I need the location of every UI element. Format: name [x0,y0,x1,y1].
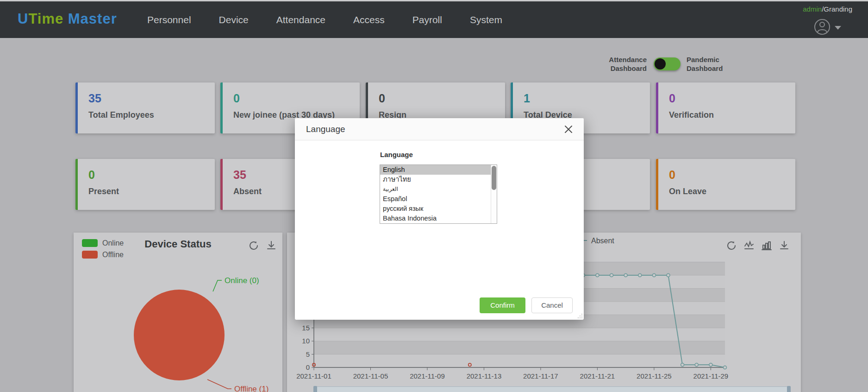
card-label: Absent [233,187,262,196]
x-tick-label: 2021-11-17 [523,372,558,380]
language-option[interactable]: русский язык [380,204,491,214]
nav-item-system[interactable]: System [470,14,502,25]
y-tick-label: 5 [306,350,310,358]
x-tick-label: 2021-11-09 [410,372,445,380]
language-dialog: Language Language EnglishภาษาไทยالعربيةE… [295,118,584,320]
datazoom-slider[interactable] [315,386,789,392]
card-accent-bar [220,82,223,133]
nav-item-attendance[interactable]: Attendance [276,14,325,25]
absent-point [709,363,712,367]
absent-point [610,273,613,277]
dialog-header: Language [295,118,584,140]
language-option[interactable]: ภาษาไทย [380,175,491,184]
listbox-scrollbar[interactable] [491,165,497,223]
nav-item-personnel[interactable]: Personnel [147,14,191,25]
stat-card-verification: 0Verification [656,82,795,133]
user-company: /Granding [822,5,852,13]
pie-callout-label-online: Online (0) [225,276,259,285]
resize-grip[interactable] [577,313,582,318]
close-icon[interactable] [563,124,574,134]
absent-point [681,363,684,367]
card-value: 0 [233,92,240,105]
card-value: 1 [524,92,530,105]
language-option[interactable]: Bahasa Indonesia [380,214,491,223]
card-value: 0 [379,92,385,105]
absent-point [624,273,627,277]
card-value: 0 [669,168,675,182]
y-tick-label: 15 [302,324,310,332]
pie-callout-label-offline: Offline (1) [234,385,269,392]
legend-label: Absent [591,237,614,245]
x-tick-label: 2021-11-05 [353,372,388,380]
grid-band [314,341,725,354]
language-option[interactable]: العربية [380,184,491,194]
app-root: UTime Master PersonnelDeviceAttendanceAc… [0,0,868,392]
card-label: Total Employees [88,110,154,120]
nav-item-device[interactable]: Device [219,14,249,25]
pie-callout-line-offline [207,379,231,389]
nav-item-access[interactable]: Access [353,14,385,25]
x-tick-label: 2021-11-21 [580,372,615,380]
card-accent-bar [656,82,658,133]
card-value: 0 [669,92,675,105]
card-accent-bar [75,82,78,133]
pandemic-dashboard-label: Pandemic Dashboard [687,55,742,73]
pie-slice-offline [134,290,225,380]
dialog-title: Language [306,124,345,134]
x-tick-label: 2021-11-25 [637,372,672,380]
card-label: Present [88,187,119,196]
pie-callout-line-online [213,280,222,291]
logo-part: U [18,11,28,27]
absent-point [723,366,726,369]
absent-point [695,363,698,367]
card-value: 35 [88,92,101,105]
logo-part: Master [63,11,117,27]
navbar: UTime Master PersonnelDeviceAttendanceAc… [0,1,868,38]
toggle-knob [655,58,666,70]
card-accent-bar [75,159,78,210]
user-role: admin [803,5,822,13]
language-listbox[interactable]: EnglishภาษาไทยالعربيةEspañolрусский язык… [380,164,497,224]
y-tick-label: 0 [306,363,310,371]
absent-point [652,273,656,277]
device-status-panel: OnlineOffline Device Status Online (0)Of… [74,233,282,392]
card-value: 35 [233,168,246,182]
x-tick-label: 2021-11-01 [296,372,331,380]
absent-point [638,273,642,277]
grid-band [314,354,725,367]
y-tick-label: 10 [302,337,310,345]
logo-part: Time [28,11,63,27]
x-tick-label: 2021-11-13 [467,372,502,380]
main-menu: PersonnelDeviceAttendanceAccessPayrollSy… [147,1,502,38]
app-logo: UTime Master [18,11,117,27]
language-option[interactable]: Español [380,194,491,204]
language-field-label: Language [380,151,413,158]
card-value: 0 [88,168,95,182]
card-accent-bar [656,159,658,210]
logged-in-user: admin/Granding [803,5,852,13]
user-menu-caret-icon[interactable] [834,24,842,32]
grid-band [314,328,725,341]
card-label: On Leave [669,187,706,196]
absent-point [596,273,599,277]
stat-card-total-employees: 35Total Employees [75,82,215,133]
nav-item-payroll[interactable]: Payroll [412,14,442,25]
absent-point [667,273,670,277]
device-status-pie-chart: Online (0)Offline (1) [74,233,282,392]
dashboard-toggle[interactable] [654,57,681,70]
confirm-button[interactable]: Confirm [480,297,525,313]
datazoom-right-handle[interactable] [787,386,791,392]
attendance-dashboard-label: Attendance Dashboard [591,55,647,73]
stat-card-present: 0Present [75,159,215,210]
x-tick-label: 2021-11-29 [693,372,729,380]
stat-card-on-leave: 0On Leave [656,159,795,210]
user-avatar-icon[interactable] [814,19,831,37]
dashboard-toggle-row: Attendance Dashboard Pandemic Dashboard [0,52,868,74]
card-label: Verification [669,110,714,120]
listbox-scrollbar-thumb[interactable] [492,166,496,190]
datazoom-left-handle[interactable] [313,386,317,392]
card-accent-bar [220,159,223,210]
cancel-button[interactable]: Cancel [531,297,573,313]
language-option[interactable]: English [380,165,491,175]
